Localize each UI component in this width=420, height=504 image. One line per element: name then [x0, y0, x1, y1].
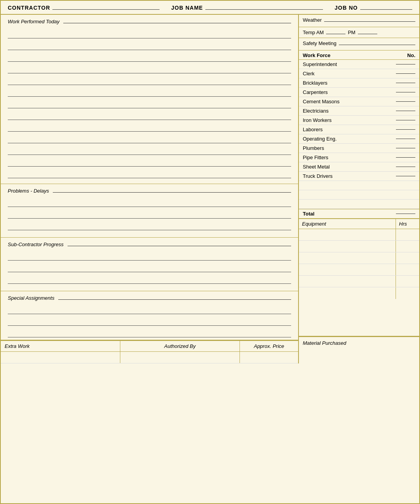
equipment-section: Equipment Hrs — [299, 219, 419, 336]
extra-work-section: Extra Work Authorized By Approx. Price — [1, 340, 298, 363]
total-label: Total — [303, 211, 314, 217]
work-line — [8, 167, 291, 178]
blank-row — [299, 190, 419, 200]
eq-cell — [299, 229, 396, 240]
weather-label: Weather — [303, 17, 322, 23]
page: CONTRACTOR JOB NAME JOB NO Work Performe… — [0, 0, 420, 504]
workforce-line — [396, 111, 415, 111]
job-name-underline — [205, 9, 323, 10]
subcontractor-section: Sub-Contractor Progress — [1, 238, 298, 291]
workforce-line — [396, 157, 415, 158]
job-no-underline — [360, 9, 412, 10]
blank-row — [299, 181, 419, 190]
authorized-by-col-label: Authorized By — [120, 341, 240, 351]
blank-row — [299, 200, 419, 209]
safety-field-row: Safety Meeting — [303, 40, 415, 46]
problems-section: Problems - Delays — [1, 184, 298, 238]
workforce-row-clerk: Clerk — [299, 69, 419, 78]
temp-row: Temp AM PM — [303, 30, 415, 35]
workforce-row-superintendent: Superintendent — [299, 60, 419, 69]
temp-pm-underline — [358, 34, 377, 34]
workforce-header-name: Work Force — [303, 52, 330, 58]
work-line — [8, 132, 291, 143]
eq-cell — [299, 287, 396, 299]
equipment-row — [299, 287, 419, 299]
work-line — [8, 143, 291, 155]
safety-underline — [339, 45, 415, 45]
workforce-row-bricklayers: Bricklayers — [299, 78, 419, 88]
workforce-line — [396, 73, 415, 74]
workforce-row-electricians: Electricians — [299, 106, 419, 116]
workforce-line — [396, 139, 415, 139]
form-line — [8, 196, 291, 207]
workforce-line — [396, 92, 415, 92]
temp-am-underline — [326, 34, 345, 34]
extra-work-data-row — [1, 352, 298, 363]
equipment-row — [299, 252, 419, 264]
work-performed-line — [63, 23, 291, 23]
workforce-header: Work Force No. — [299, 50, 419, 60]
problems-line — [53, 192, 291, 193]
job-name-field: JOB NAME — [171, 5, 323, 11]
workforce-row-carpenters: Carpenters — [299, 88, 419, 97]
job-name-label: JOB NAME — [171, 5, 203, 11]
workforce-header-no: No. — [407, 52, 415, 58]
form-line — [8, 261, 291, 272]
safety-section: Safety Meeting — [299, 38, 419, 50]
eq-cell — [299, 276, 396, 287]
workforce-name: Plumbers — [303, 145, 392, 151]
equipment-row — [299, 241, 419, 252]
workforce-name: Iron Workers — [303, 117, 392, 123]
header-row: CONTRACTOR JOB NAME JOB NO — [1, 1, 419, 15]
eq-cell — [299, 241, 396, 252]
extra-work-data-cell — [1, 352, 120, 363]
special-label: Special Assignments — [8, 295, 54, 301]
approx-price-col-label: Approx. Price — [240, 341, 298, 351]
workforce-row-truck-drivers: Truck Drivers — [299, 172, 419, 181]
workforce-line — [396, 176, 415, 176]
contractor-field: CONTRACTOR — [8, 5, 160, 11]
workforce-name: Truck Drivers — [303, 173, 392, 179]
equipment-col-label: Equipment — [299, 219, 396, 229]
extra-work-col-label: Extra Work — [1, 341, 120, 351]
hrs-cell — [396, 229, 419, 240]
workforce-section: Work Force No. Superintendent Clerk Bric… — [299, 50, 419, 209]
workforce-row-plumbers: Plumbers — [299, 144, 419, 153]
workforce-row-iron-workers: Iron Workers — [299, 116, 419, 125]
form-line — [8, 208, 291, 219]
workforce-name: Sheet Metal — [303, 164, 392, 170]
total-line — [396, 214, 415, 214]
form-line — [8, 250, 291, 261]
left-panel: Work Performed Today — [1, 15, 299, 363]
workforce-line — [396, 129, 415, 130]
workforce-line — [396, 83, 415, 83]
workforce-row-operating-eng: Operating Eng. — [299, 134, 419, 144]
safety-label: Safety Meeting — [303, 40, 337, 46]
hrs-col-label: Hrs — [396, 219, 419, 229]
workforce-name: Superintendent — [303, 61, 392, 67]
work-line — [8, 120, 291, 132]
workforce-name: Clerk — [303, 71, 392, 76]
job-no-field: JOB NO — [335, 5, 412, 11]
hrs-cell — [396, 264, 419, 275]
workforce-name: Operating Eng. — [303, 136, 392, 142]
workforce-row-sheet-metal: Sheet Metal — [299, 162, 419, 172]
work-performed-label-row: Work Performed Today — [8, 19, 291, 24]
hrs-cell — [396, 241, 419, 252]
work-performed-section: Work Performed Today — [1, 15, 298, 184]
form-line — [8, 303, 291, 314]
temp-label: Temp AM — [303, 30, 324, 35]
eq-cell — [299, 264, 396, 275]
main-content: Work Performed Today — [1, 15, 419, 363]
workforce-name: Carpenters — [303, 89, 392, 95]
form-line — [8, 231, 291, 235]
work-line — [8, 108, 291, 120]
form-line — [8, 327, 291, 337]
subcontractor-label-row: Sub-Contractor Progress — [8, 242, 291, 247]
special-section: Special Assignments — [1, 291, 298, 340]
material-purchased-section: Material Purchased — [299, 336, 419, 363]
weather-field-row: Weather — [303, 17, 415, 23]
hrs-cell — [396, 287, 419, 299]
form-line — [8, 285, 291, 288]
form-line — [8, 273, 291, 284]
